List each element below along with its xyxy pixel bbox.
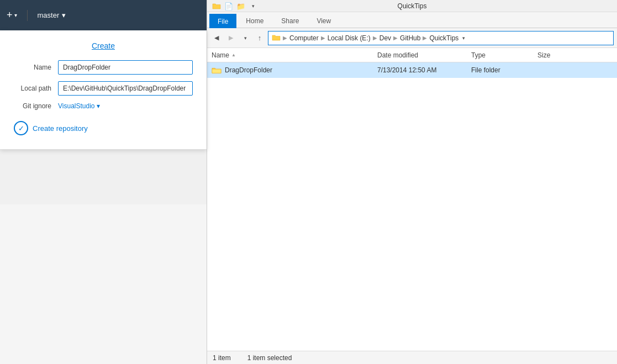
path-quicktips: QuickTips xyxy=(429,34,458,42)
gitignore-value-text: VisualStudio xyxy=(58,102,95,110)
name-input[interactable] xyxy=(58,60,193,75)
explorer-window-title: QuickTips xyxy=(398,2,427,10)
path-dev: Dev xyxy=(379,34,391,42)
ribbon-tabs: File Home Share View xyxy=(207,12,617,28)
create-repository-label: Create repository xyxy=(33,124,88,133)
explorer-titlebar: 📄 📁 ▾ QuickTips xyxy=(207,0,617,12)
address-bar: ◀ ▶ ▾ ↑ ▶ Computer ▶ Local Disk (E:) ▶ D… xyxy=(207,28,617,48)
address-path[interactable]: ▶ Computer ▶ Local Disk (E:) ▶ Dev ▶ Git… xyxy=(268,31,614,45)
branch-chevron-icon: ▾ xyxy=(62,11,66,19)
file-list: DragDropFolder 7/13/2014 12:50 AM File f… xyxy=(207,62,617,351)
plus-icon: + xyxy=(7,9,13,21)
folder-icon xyxy=(212,65,222,75)
column-type[interactable]: Type xyxy=(471,51,537,59)
tab-file[interactable]: File xyxy=(209,14,236,28)
status-bar: 1 item 1 item selected xyxy=(207,351,617,364)
local-path-label: Local path xyxy=(14,85,58,92)
qa-dropdown-icon[interactable]: ▾ xyxy=(247,1,259,12)
checkmark-icon: ✓ xyxy=(18,124,24,133)
name-label: Name xyxy=(14,64,58,71)
sidebar-content xyxy=(0,204,207,364)
sort-arrow-icon: ▲ xyxy=(231,52,236,57)
branch-button[interactable]: master ▾ xyxy=(38,11,66,19)
create-link[interactable]: Create xyxy=(92,41,115,50)
gitignore-label: Git ignore xyxy=(14,102,58,110)
file-date-cell: 7/13/2014 12:50 AM xyxy=(377,66,471,74)
qa-new-icon[interactable]: 📄 xyxy=(223,1,234,12)
qa-move-icon[interactable]: 📁 xyxy=(235,1,246,12)
branch-name: master xyxy=(38,11,60,19)
forward-button[interactable]: ▶ xyxy=(225,32,237,44)
gitignore-chevron-icon: ▾ xyxy=(97,102,100,110)
selected-count: 1 item selected xyxy=(247,354,292,362)
tab-share[interactable]: Share xyxy=(273,13,307,28)
up-button[interactable]: ↑ xyxy=(254,32,266,44)
local-path-input[interactable] xyxy=(58,81,193,96)
tab-home[interactable]: Home xyxy=(238,13,272,28)
column-name[interactable]: Name ▲ xyxy=(212,51,377,59)
local-path-row: Local path xyxy=(14,81,193,96)
gitignore-dropdown[interactable]: VisualStudio ▾ xyxy=(58,102,100,110)
file-type-cell: File folder xyxy=(471,66,537,74)
path-end-arrow: ▾ xyxy=(460,34,467,42)
left-header: + ▾ master ▾ xyxy=(0,0,207,30)
dropdown-nav-button[interactable]: ▾ xyxy=(239,32,251,44)
create-dialog: Create Name Local path Git ignore Visual… xyxy=(0,30,207,150)
ribbon: File Home Share View xyxy=(207,12,617,28)
name-row: Name xyxy=(14,60,193,75)
right-panel: 📄 📁 ▾ QuickTips File Home Share View ◀ ▶… xyxy=(207,0,617,364)
left-panel: + ▾ master ▾ Create Name Local path Git … xyxy=(0,0,207,364)
path-localdisk: Local Disk (E:) xyxy=(328,34,371,42)
back-button[interactable]: ◀ xyxy=(210,32,223,44)
gitignore-row: Git ignore VisualStudio ▾ xyxy=(14,102,193,110)
table-row[interactable]: DragDropFolder 7/13/2014 12:50 AM File f… xyxy=(207,62,617,78)
qa-folder-icon[interactable] xyxy=(211,1,222,12)
checkmark-circle: ✓ xyxy=(14,121,28,135)
file-name-cell: DragDropFolder xyxy=(225,66,377,74)
add-button[interactable]: + ▾ xyxy=(7,9,17,21)
path-folder-icon xyxy=(272,34,281,41)
tab-view[interactable]: View xyxy=(308,13,339,28)
column-date-modified[interactable]: Date modified xyxy=(377,51,471,59)
header-separator xyxy=(27,10,28,21)
create-repository-button[interactable]: ✓ Create repository xyxy=(14,121,88,135)
column-size[interactable]: Size xyxy=(537,51,582,59)
file-list-header: Name ▲ Date modified Type Size xyxy=(207,48,617,62)
path-computer: Computer xyxy=(289,34,319,42)
add-chevron-icon: ▾ xyxy=(14,12,17,18)
create-title: Create xyxy=(14,41,193,50)
path-github: GitHub xyxy=(400,34,420,42)
item-count: 1 item xyxy=(213,354,231,362)
